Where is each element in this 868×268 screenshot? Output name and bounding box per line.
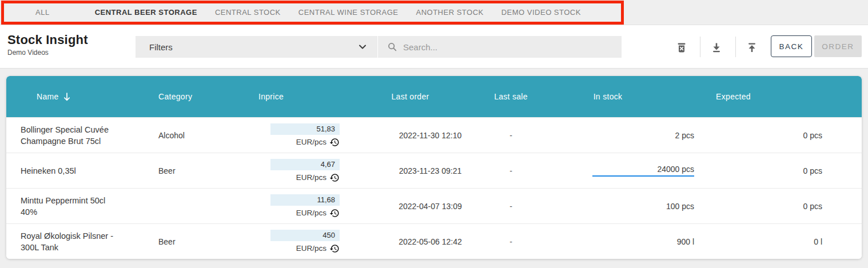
inprice-input[interactable]: 11,68: [270, 194, 340, 206]
table-row: Bollinger Special Cuvée Champagne Brut 7…: [6, 117, 862, 153]
last-sale-value: -: [481, 224, 558, 259]
column-label: Name: [37, 92, 59, 101]
inprice-cell: 450 EUR/pcs: [258, 224, 340, 259]
column-header-category[interactable]: Category: [152, 76, 258, 117]
product-name: Royal Økologisk Pilsner - 300L Tank: [6, 224, 152, 259]
last-sale-value: -: [481, 189, 558, 223]
price-unit-label: EUR/pcs: [296, 244, 327, 253]
table-header: Name Category Inprice Last order Last sa…: [6, 76, 862, 117]
price-unit-label: EUR/pcs: [296, 173, 327, 182]
search-box: [378, 36, 622, 58]
chevron-down-icon: [358, 42, 367, 51]
tab-all[interactable]: ALL: [35, 8, 50, 17]
table-row: Heineken 0,35l Beer 4,67 EUR/pcs 2023-11…: [6, 153, 862, 188]
price-history-icon[interactable]: [329, 173, 340, 183]
tab-central-stock[interactable]: CENTRAL STOCK: [215, 8, 281, 17]
product-name: Heineken 0,35l: [6, 153, 152, 188]
inprice-cell: 11,68 EUR/pcs: [258, 189, 340, 223]
in-stock-cell: 100 pcs: [558, 189, 703, 223]
price-unit-label: EUR/pcs: [296, 209, 327, 217]
expected-value: 0 l: [703, 224, 862, 259]
delete-button[interactable]: [675, 41, 688, 54]
sort-desc-icon: [63, 93, 70, 101]
last-sale-value: -: [481, 118, 558, 153]
tab-central-wine-storage[interactable]: CENTRAL WINE STORAGE: [298, 8, 399, 17]
trash-delete-icon: [676, 42, 687, 53]
last-order-value: 2023-11-23 09:21: [340, 153, 481, 188]
product-name: Minttu Peppermint 50cl 40%: [6, 189, 152, 223]
in-stock-cell: 900 l: [558, 224, 703, 259]
product-name: Bollinger Special Cuvée Champagne Brut 7…: [6, 118, 152, 153]
upload-button[interactable]: [745, 41, 759, 54]
product-category: Beer: [152, 153, 258, 188]
in-stock-cell: 2 pcs: [558, 118, 703, 153]
product-category: [152, 189, 258, 223]
tab-another-stock[interactable]: ANOTHER STOCK: [416, 8, 483, 17]
inprice-input[interactable]: 4,67: [270, 159, 340, 170]
page-subtitle: Demo Videos: [7, 49, 88, 57]
toolbar-divider: [735, 37, 736, 57]
storage-tab-bar: ALL CENTRAL BEER STORAGE CENTRAL STOCK C…: [0, 0, 868, 25]
column-header-last-sale[interactable]: Last sale: [481, 76, 558, 117]
in-stock-value[interactable]: 2 pcs: [675, 131, 694, 140]
price-unit-label: EUR/pcs: [296, 138, 327, 146]
price-history-icon[interactable]: [329, 243, 340, 254]
search-input[interactable]: [403, 42, 615, 52]
inprice-cell: 51,83 EUR/pcs: [258, 118, 340, 153]
inprice-input[interactable]: 450: [270, 230, 340, 241]
column-header-last-order[interactable]: Last order: [340, 76, 481, 117]
last-order-value: 2022-04-07 13:09: [340, 189, 481, 223]
tab-demo-video-stock[interactable]: DEMO VIDEO STOCK: [501, 8, 581, 17]
expected-value: 0 pcs: [703, 189, 862, 223]
expected-value: 0 pcs: [703, 153, 862, 188]
title-block: Stock Insight Demo Videos: [7, 33, 88, 57]
tab-central-beer-storage[interactable]: CENTRAL BEER STORAGE: [95, 8, 197, 17]
in-stock-cell: 24000 pcs: [558, 153, 703, 188]
expected-value: 0 pcs: [703, 118, 862, 153]
price-history-icon[interactable]: [329, 137, 340, 147]
download-icon: [711, 42, 722, 53]
stock-table: Name Category Inprice Last order Last sa…: [6, 76, 862, 259]
page-title: Stock Insight: [7, 33, 88, 47]
back-button[interactable]: BACK: [771, 35, 812, 57]
filters-label: Filters: [149, 42, 358, 52]
column-header-in-stock[interactable]: In stock: [558, 76, 703, 117]
download-button[interactable]: [710, 41, 723, 54]
last-order-value: 2022-05-06 12:42: [340, 224, 481, 259]
toolbar-divider: [700, 37, 700, 57]
toolbar: Stock Insight Demo Videos Filters: [0, 25, 868, 69]
last-sale-value: -: [481, 153, 558, 188]
inprice-cell: 4,67 EUR/pcs: [258, 153, 340, 188]
last-order-value: 2022-11-30 12:10: [340, 118, 481, 153]
column-header-inprice[interactable]: Inprice: [258, 76, 340, 117]
search-icon: [387, 42, 397, 52]
filters-dropdown[interactable]: Filters: [136, 36, 377, 58]
table-row: Royal Økologisk Pilsner - 300L Tank Beer…: [6, 223, 862, 259]
column-header-name[interactable]: Name: [6, 76, 152, 117]
inprice-input[interactable]: 51,83: [270, 123, 340, 135]
price-history-icon[interactable]: [329, 208, 340, 218]
order-button[interactable]: ORDER: [814, 35, 862, 57]
upload-icon: [746, 42, 758, 53]
in-stock-value[interactable]: 100 pcs: [666, 202, 694, 211]
in-stock-value[interactable]: 900 l: [677, 237, 694, 246]
column-header-expected[interactable]: Expected: [703, 76, 862, 117]
product-category: Beer: [152, 224, 258, 259]
product-category: Alcohol: [152, 118, 258, 153]
in-stock-value-editing[interactable]: 24000 pcs: [592, 165, 694, 177]
table-row: Minttu Peppermint 50cl 40% 11,68 EUR/pcs…: [6, 188, 862, 223]
